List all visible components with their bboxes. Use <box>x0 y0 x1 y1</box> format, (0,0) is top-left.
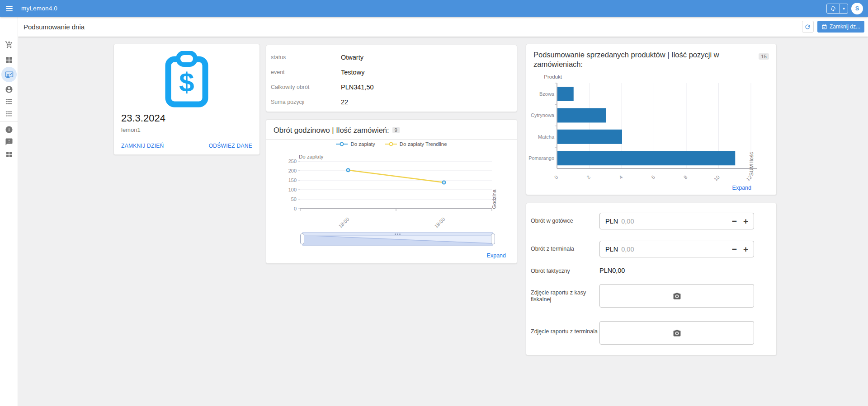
row-label: status <box>271 54 341 61</box>
status-row: Całkowity obrót PLN341,50 <box>271 79 517 94</box>
calendar-check-icon <box>821 24 827 30</box>
legend-item[interactable]: Do zapłaty <box>336 141 375 147</box>
svg-text:200: 200 <box>288 168 297 173</box>
svg-text:19:00: 19:00 <box>433 216 446 229</box>
svg-text:10: 10 <box>713 174 721 182</box>
svg-text:150: 150 <box>288 177 297 183</box>
svg-text:SUM Ilość: SUM Ilość <box>749 152 754 176</box>
status-card: status Otwarty event Testowy Całkowity o… <box>266 45 517 112</box>
svg-text:4: 4 <box>618 174 624 180</box>
add-cart-icon[interactable] <box>0 41 18 49</box>
fiscal-report-upload[interactable] <box>599 284 754 308</box>
expand-hourly-chart-link[interactable]: Expand <box>487 252 506 259</box>
range-selector-grip[interactable] <box>302 233 493 236</box>
refresh-data-link[interactable]: ODŚWIEŻ DANE <box>209 143 252 149</box>
feedback-icon[interactable] <box>0 138 18 146</box>
legend-marker-icon <box>336 142 348 146</box>
account-icon[interactable] <box>0 85 18 93</box>
table-icon[interactable] <box>0 56 18 64</box>
svg-text:Produkt: Produkt <box>544 74 562 79</box>
hourly-line-chart: 050100150200250Do zapłaty18:0019:00Godzi… <box>266 149 518 232</box>
products-chart-title: Podsumowanie sprzedanych produktów | Ilo… <box>533 51 719 68</box>
camera-icon <box>673 329 681 337</box>
cash-amount-field[interactable] <box>621 218 726 225</box>
page-title: Podsumowanie dnia <box>24 23 85 31</box>
hourly-chart-title: Obrót godzinowo | Ilość zamówień: <box>274 126 389 134</box>
status-row: Suma pozycji 22 <box>271 94 517 109</box>
actual-revenue-value: PLN0,00 <box>599 267 625 274</box>
hourly-revenue-card: Obrót godzinowo | Ilość zamówień:9 Do za… <box>266 119 517 264</box>
apps-icon[interactable] <box>0 150 18 159</box>
close-day-link[interactable]: ZAMKNIJ DZIEŃ <box>121 143 164 149</box>
cash-revenue-label: Obrót w gotówce <box>531 218 598 224</box>
svg-text:Cytrynowa: Cytrynowa <box>531 112 555 118</box>
svg-text:$: $ <box>179 67 194 98</box>
row-label: event <box>271 69 341 75</box>
row-value: 22 <box>341 98 348 106</box>
svg-text:2: 2 <box>585 174 591 180</box>
legend-item[interactable]: Do zapłaty Trendline <box>385 141 447 147</box>
currency-prefix: PLN <box>605 218 618 225</box>
close-day-label: Zamknij dz... <box>830 23 860 30</box>
range-handle-right[interactable] <box>491 233 495 244</box>
sync-split-button: ▾ <box>826 4 848 14</box>
sales-report-icon[interactable] <box>1 67 17 82</box>
svg-text:250: 250 <box>288 159 297 164</box>
legend-label: Do zapłaty <box>350 141 375 147</box>
svg-text:Matcha: Matcha <box>538 134 555 140</box>
plus-button[interactable]: + <box>743 217 748 225</box>
row-value: Otwarty <box>341 54 363 61</box>
terminal-report-photo-label: Zdjęcie raportu z terminala <box>531 328 598 335</box>
plus-button[interactable]: + <box>743 245 748 253</box>
chevron-down-icon[interactable]: ▾ <box>840 4 848 13</box>
currency-prefix: PLN <box>605 246 618 253</box>
svg-text:Pomarango: Pomarango <box>528 155 554 161</box>
svg-text:Godzina: Godzina <box>491 189 497 209</box>
minus-button[interactable]: − <box>732 217 737 225</box>
terminal-revenue-label: Obrót z terminala <box>531 246 598 252</box>
closing-form-card: Obrót w gotówce PLN − + Obrót z terminal… <box>526 203 777 355</box>
expand-products-chart-link[interactable]: Expand <box>732 185 751 191</box>
top-app-bar: myLemon4.0 ▾ S <box>0 0 868 17</box>
sidebar <box>0 17 18 406</box>
sidebar-divider <box>0 121 18 122</box>
terminal-report-upload[interactable] <box>599 321 754 345</box>
svg-text:0: 0 <box>553 174 559 180</box>
positions-count-badge: 15 <box>759 53 769 60</box>
legend-label: Do zapłaty Trendline <box>400 141 447 147</box>
page-header: Podsumowanie dnia Zamknij dz... <box>18 17 868 37</box>
current-date: 23.3.2024 <box>121 112 259 124</box>
svg-text:50: 50 <box>291 196 297 202</box>
row-label: Suma pozycji <box>271 99 341 105</box>
svg-text:Bzowa: Bzowa <box>539 91 555 97</box>
refresh-icon <box>804 23 811 30</box>
actual-revenue-label: Obrót faktyczny <box>531 268 598 275</box>
svg-text:0: 0 <box>294 206 297 211</box>
user-avatar[interactable]: S <box>851 3 863 14</box>
info-icon[interactable] <box>0 126 18 134</box>
terminal-revenue-input: PLN − + <box>599 241 754 257</box>
list-icon[interactable] <box>0 98 18 106</box>
row-value: PLN341,50 <box>341 84 374 91</box>
svg-text:6: 6 <box>650 174 656 180</box>
range-handle-left[interactable] <box>300 233 304 244</box>
row-value: Testowy <box>341 69 364 76</box>
status-row: event Testowy <box>271 65 517 79</box>
range-selector[interactable] <box>302 232 493 246</box>
minus-button[interactable]: − <box>732 245 737 253</box>
terminal-amount-field[interactable] <box>621 246 726 253</box>
camera-icon <box>673 292 681 300</box>
status-row: status Otwarty <box>271 50 517 65</box>
menu-icon[interactable] <box>0 6 18 11</box>
clipboard-dollar-icon: $ <box>114 51 259 108</box>
app-title: myLemon4.0 <box>21 5 57 12</box>
refresh-button[interactable] <box>802 21 814 33</box>
svg-text:100: 100 <box>288 187 297 192</box>
list-alt-icon[interactable] <box>0 110 18 118</box>
close-day-button[interactable]: Zamknij dz... <box>817 21 864 33</box>
location-name: lemon1 <box>121 126 259 133</box>
orders-count-badge: 9 <box>392 127 400 133</box>
row-label: Całkowity obrót <box>271 84 341 90</box>
day-summary-card: $ 23.3.2024 lemon1 ZAMKNIJ DZIEŃ ODŚWIEŻ… <box>113 44 260 155</box>
sync-icon[interactable] <box>827 4 840 13</box>
